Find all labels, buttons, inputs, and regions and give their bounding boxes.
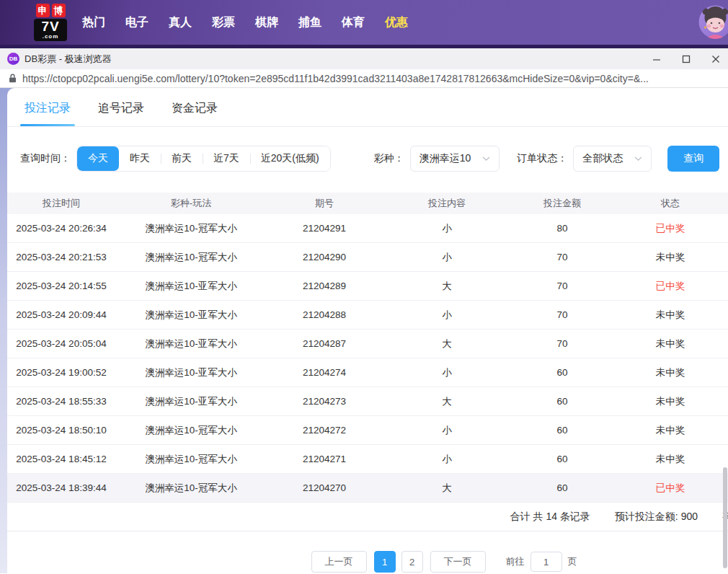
cell-bet-time: 2025-03-24 18:45:12: [7, 454, 115, 464]
chevron-down-icon: [482, 156, 490, 161]
cell-bet-amount: 60: [512, 367, 613, 378]
table-header-cell: 期号: [267, 197, 382, 210]
cell-status: 已中奖: [613, 222, 728, 235]
lottery-select[interactable]: 澳洲幸运10: [410, 146, 500, 172]
page-url[interactable]: https://ctopcp02pcali.uengi5e.com/lotter…: [22, 73, 649, 84]
cell-game-play: 澳洲幸运10-亚军大小: [115, 395, 267, 408]
time-range-option[interactable]: 昨天: [119, 146, 161, 171]
expected-amount-text: 预计投注金额: 900: [615, 511, 698, 524]
table-header-cell: 状态: [613, 197, 728, 210]
maximize-icon[interactable]: [681, 54, 691, 64]
cell-bet-content: 小: [382, 453, 512, 466]
cell-status: 未中奖: [613, 366, 728, 379]
table-row[interactable]: 2025-03-24 20:05:04 澳洲幸运10-亚军大小 21204287…: [7, 330, 728, 358]
cell-game-play: 澳洲幸运10-冠军大小: [115, 424, 267, 437]
cell-bet-amount: 60: [512, 396, 613, 407]
table-header-cell: 彩种-玩法: [115, 197, 267, 210]
content-card: 投注记录 追号记录 资金记录 查询时间： 今天 昨天 前天 近7天 近20天(低…: [7, 88, 728, 573]
record-tab[interactable]: 投注记录: [23, 100, 72, 126]
page-number-button[interactable]: 2: [401, 551, 423, 573]
cell-game-play: 澳洲幸运10-亚军大小: [115, 280, 267, 293]
time-filter-label: 查询时间：: [20, 152, 71, 165]
cell-issue-number: 21204272: [267, 425, 382, 436]
time-range-option[interactable]: 前天: [161, 146, 203, 171]
cell-bet-content: 小: [382, 366, 512, 379]
cell-bet-time: 2025-03-24 20:14:55: [7, 281, 115, 291]
cell-issue-number: 21204271: [267, 454, 382, 464]
cell-issue-number: 21204288: [267, 309, 382, 320]
cell-bet-time: 2025-03-24 20:21:53: [7, 252, 115, 262]
cell-bet-time: 2025-03-24 18:55:33: [7, 396, 115, 407]
time-range-option[interactable]: 近7天: [203, 146, 250, 171]
time-range-option[interactable]: 近20天(低频): [250, 146, 330, 171]
avatar-illustration: [698, 5, 728, 39]
cell-bet-time: 2025-03-24 20:26:34: [7, 223, 115, 234]
cell-issue-number: 21204274: [267, 367, 382, 378]
table-body: 2025-03-24 20:26:34 澳洲幸运10-冠军大小 21204291…: [7, 214, 728, 503]
cell-bet-content: 小: [382, 251, 512, 264]
site-logo[interactable]: 申 博 7V .com: [27, 4, 74, 41]
cell-bet-amount: 60: [512, 482, 613, 493]
goto-page-input[interactable]: [531, 552, 562, 572]
user-avatar[interactable]: [698, 5, 728, 39]
nav-item[interactable]: 优惠: [385, 15, 408, 30]
top-nav: 申 博 7V .com 热门 电子 真人 彩票 棋牌 捕鱼 体育 优惠: [0, 0, 728, 45]
prev-page-button[interactable]: 上一页: [311, 551, 367, 573]
nav-item[interactable]: 电子: [125, 15, 148, 30]
page-number-button[interactable]: 1: [374, 551, 396, 573]
nav-item[interactable]: 真人: [169, 15, 192, 30]
table-row[interactable]: 2025-03-24 20:14:55 澳洲幸运10-亚军大小 21204289…: [7, 272, 728, 301]
table-row[interactable]: 2025-03-24 20:09:44 澳洲幸运10-亚军大小 21204288…: [7, 301, 728, 330]
page-unit-label: 页: [568, 555, 577, 568]
cell-bet-amount: 70: [512, 252, 613, 262]
order-status-select[interactable]: 全部状态: [573, 146, 652, 172]
table-row[interactable]: 2025-03-24 18:55:33 澳洲幸运10-亚军大小 21204273…: [7, 387, 728, 416]
table-row[interactable]: 2025-03-24 18:45:12 澳洲幸运10-冠军大小 21204271…: [7, 445, 728, 474]
record-tab[interactable]: 资金记录: [170, 100, 219, 126]
goto-label: 前往: [506, 555, 525, 568]
order-status-value: 全部状态: [582, 152, 623, 165]
total-records-text: 合计 共 14 条记录: [510, 511, 590, 524]
table-row[interactable]: 2025-03-24 20:21:53 澳洲幸运10-冠军大小 21204290…: [7, 243, 728, 272]
pagination: 上一页 1 2 下一页 前往 页: [84, 551, 728, 573]
nav-item[interactable]: 捕鱼: [298, 15, 321, 30]
cell-status: 未中奖: [613, 309, 728, 322]
table-header-cell: 投注内容: [382, 197, 512, 210]
nav-item[interactable]: 体育: [342, 15, 365, 30]
cell-game-play: 澳洲幸运10-亚军大小: [115, 337, 267, 350]
cell-issue-number: 21204287: [267, 338, 382, 349]
nav-item[interactable]: 热门: [82, 15, 105, 30]
chevron-down-icon: [634, 156, 642, 161]
scrollbar-thumb[interactable]: [723, 467, 727, 568]
cell-issue-number: 21204273: [267, 396, 382, 407]
filter-bar: 查询时间： 今天 昨天 前天 近7天 近20天(低频) 彩种： 澳洲幸运10: [20, 146, 728, 172]
logo-red-badges: 申 博: [36, 4, 66, 17]
cell-bet-amount: 70: [512, 338, 613, 349]
lottery-filter-label: 彩种：: [374, 152, 404, 165]
table-header-row: 投注时间 彩种-玩法 期号 投注内容 投注金额 状态: [7, 193, 728, 214]
browser-favicon-icon: DB: [7, 53, 19, 65]
next-page-button[interactable]: 下一页: [430, 551, 486, 573]
lottery-select-value: 澳洲幸运10: [420, 152, 471, 165]
nav-item[interactable]: 彩票: [212, 15, 235, 30]
cell-bet-amount: 60: [512, 454, 613, 464]
cell-status: 已中奖: [613, 482, 728, 495]
time-range-group: 今天 昨天 前天 近7天 近20天(低频): [76, 146, 331, 172]
table-row[interactable]: 2025-03-24 19:00:52 澳洲幸运10-亚军大小 21204274…: [7, 358, 728, 387]
url-bar[interactable]: https://ctopcp02pcali.uengi5e.com/lotter…: [0, 69, 728, 88]
cell-issue-number: 21204291: [267, 223, 382, 234]
record-tab[interactable]: 追号记录: [97, 100, 146, 126]
table-row[interactable]: 2025-03-24 18:39:44 澳洲幸运10-冠军大小 21204270…: [7, 474, 728, 503]
minimize-icon[interactable]: [652, 54, 662, 64]
time-range-option[interactable]: 今天: [77, 146, 119, 171]
search-button[interactable]: 查询: [667, 146, 719, 172]
cell-bet-amount: 60: [512, 425, 613, 436]
page-numbers: 1 2: [374, 551, 423, 573]
logo-char-left: 申: [36, 4, 50, 17]
table-row[interactable]: 2025-03-24 18:50:10 澳洲幸运10-冠军大小 21204272…: [7, 416, 728, 445]
cell-game-play: 澳洲幸运10-冠军大小: [115, 251, 267, 264]
cell-bet-content: 小: [382, 222, 512, 235]
nav-item[interactable]: 棋牌: [255, 15, 278, 30]
table-row[interactable]: 2025-03-24 20:26:34 澳洲幸运10-冠军大小 21204291…: [7, 214, 728, 243]
close-icon[interactable]: [711, 54, 721, 64]
